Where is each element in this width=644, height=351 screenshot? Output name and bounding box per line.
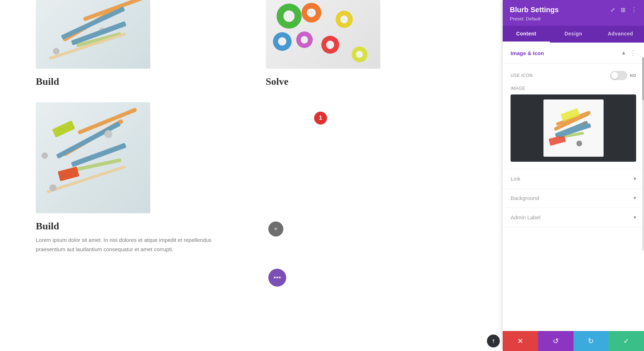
reset-icon: ↺ bbox=[553, 337, 559, 345]
panel-more-icon[interactable]: ⋮ bbox=[631, 6, 637, 13]
more-dots-icon: ••• bbox=[273, 274, 281, 282]
link-section-header[interactable]: Link ▾ bbox=[503, 169, 644, 189]
use-icon-toggle[interactable] bbox=[610, 71, 627, 80]
link-section-title: Link bbox=[511, 176, 521, 182]
cancel-button[interactable]: ✕ bbox=[503, 331, 538, 351]
blurb-item-build-top: Build bbox=[21, 0, 252, 99]
image-icon-section-content: Use Icon NO Image bbox=[503, 64, 644, 169]
panel-tabs: Content Design Advanced bbox=[503, 26, 644, 43]
panel-body: Image & Icon ▲ ⋮ Use Icon NO Image bbox=[503, 43, 644, 331]
badge-number: 1 bbox=[314, 112, 327, 125]
image-field: Image bbox=[511, 86, 636, 162]
blurb-item-build-bottom: Build Lorem ipsum dolor sit amet. In nis… bbox=[21, 102, 252, 261]
tab-design[interactable]: Design bbox=[550, 26, 597, 43]
settings-panel: Blurb Settings ⤢ ⊞ ⋮ Preset: Default Con… bbox=[503, 0, 644, 351]
rings-image-top bbox=[266, 0, 380, 69]
use-icon-toggle-wrap: NO bbox=[610, 71, 636, 80]
more-options-button[interactable]: ••• bbox=[268, 269, 286, 287]
image-preview[interactable] bbox=[511, 94, 636, 162]
columns-icon[interactable]: ⊞ bbox=[621, 6, 625, 13]
section-dots-icon[interactable]: ⋮ bbox=[630, 49, 636, 57]
scrollbar-thumb bbox=[642, 57, 644, 100]
use-icon-label: Use Icon bbox=[511, 73, 533, 78]
add-button[interactable]: + bbox=[268, 221, 283, 237]
use-icon-row: Use Icon NO bbox=[511, 71, 636, 80]
panel-preset: Preset: Default bbox=[510, 16, 637, 21]
floating-options-icon[interactable]: ↗ bbox=[487, 335, 500, 347]
background-section-title: Background bbox=[511, 195, 539, 201]
image-label: Image bbox=[511, 86, 636, 91]
save-icon: ✓ bbox=[623, 337, 629, 345]
arrow-icon: ↗ bbox=[490, 337, 497, 345]
tab-content[interactable]: Content bbox=[503, 26, 550, 43]
admin-label-section-title: Admin Label bbox=[511, 214, 540, 220]
blurb-text-build-bottom: Lorem ipsum dolor sit amet. In nisi dolo… bbox=[36, 235, 237, 254]
blurb-title-build-bottom: Build bbox=[36, 220, 237, 232]
panel-header: Blurb Settings ⤢ ⊞ ⋮ Preset: Default bbox=[503, 0, 644, 26]
admin-label-section-header[interactable]: Admin Label ▾ bbox=[503, 208, 644, 227]
save-button[interactable]: ✓ bbox=[609, 331, 644, 351]
fullscreen-icon[interactable]: ⤢ bbox=[610, 6, 615, 13]
panel-footer: ✕ ↺ ↻ ✓ bbox=[503, 331, 644, 351]
blurb-title-build-top: Build bbox=[36, 76, 237, 87]
link-chevron-icon: ▾ bbox=[634, 176, 636, 182]
blurb-image-build-top bbox=[36, 0, 150, 69]
image-icon-section-title: Image & Icon bbox=[511, 50, 544, 56]
tools-image-bottom bbox=[36, 102, 150, 213]
blurb-item-solve-top: Solve bbox=[252, 0, 482, 99]
blurb-item-empty bbox=[252, 102, 482, 261]
chevron-up-icon: ▲ bbox=[621, 50, 626, 56]
main-content: Build Solve bbox=[0, 0, 503, 351]
blurb-image-solve-top bbox=[266, 0, 380, 69]
redo-icon: ↻ bbox=[588, 337, 594, 345]
cancel-icon: ✕ bbox=[517, 337, 523, 345]
image-preview-inner bbox=[543, 99, 604, 157]
panel-header-icons: ⤢ ⊞ ⋮ bbox=[610, 6, 637, 13]
blurb-image-build-bottom bbox=[36, 102, 150, 213]
plus-icon: + bbox=[274, 224, 278, 234]
background-chevron-icon: ▾ bbox=[634, 195, 636, 201]
admin-label-chevron-icon: ▾ bbox=[634, 214, 636, 220]
top-blurb-row: Build Solve bbox=[0, 0, 503, 99]
image-icon-section-header[interactable]: Image & Icon ▲ ⋮ bbox=[503, 43, 644, 64]
bottom-blurb-row: Build Lorem ipsum dolor sit amet. In nis… bbox=[0, 102, 503, 261]
panel-title: Blurb Settings bbox=[510, 6, 559, 14]
blurb-title-solve-top: Solve bbox=[266, 76, 467, 87]
redo-button[interactable]: ↻ bbox=[574, 331, 609, 351]
background-section-header[interactable]: Background ▾ bbox=[503, 189, 644, 208]
tab-advanced[interactable]: Advanced bbox=[597, 26, 644, 43]
toggle-no-label: NO bbox=[630, 73, 636, 78]
toggle-knob bbox=[611, 72, 618, 79]
panel-header-top: Blurb Settings ⤢ ⊞ ⋮ bbox=[510, 6, 637, 14]
tools-image-top bbox=[36, 0, 150, 69]
reset-button[interactable]: ↺ bbox=[538, 331, 574, 351]
image-icon-section-controls: ▲ ⋮ bbox=[621, 49, 636, 57]
panel-scrollbar[interactable] bbox=[642, 57, 644, 250]
